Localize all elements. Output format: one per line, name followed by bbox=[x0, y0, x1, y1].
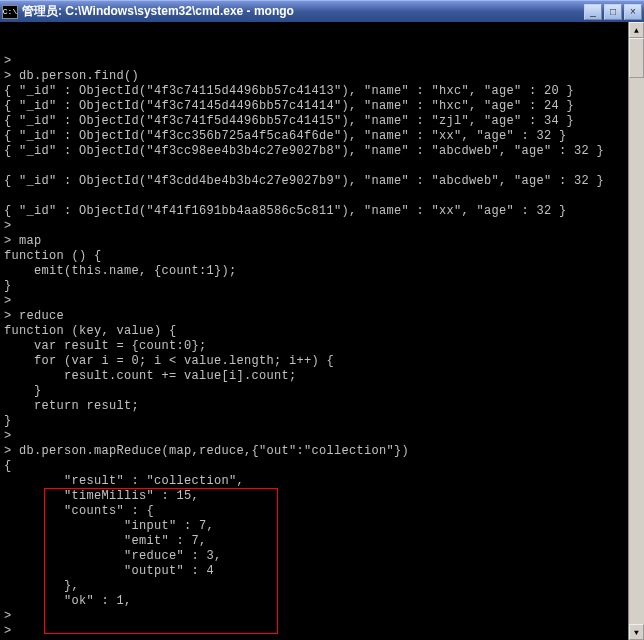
cmd-icon: C:\ bbox=[2, 5, 18, 19]
terminal-line: emit(this.name, {count:1}); bbox=[4, 264, 628, 279]
terminal-line: > db.person.find() bbox=[4, 69, 628, 84]
terminal-line: "emit" : 7, bbox=[4, 534, 628, 549]
scroll-down-button[interactable]: ▼ bbox=[629, 624, 644, 640]
terminal-line: > bbox=[4, 624, 628, 639]
terminal-line: "result" : "collection", bbox=[4, 474, 628, 489]
terminal-line: { "_id" : ObjectId("4f3c741f5d4496bb57c4… bbox=[4, 114, 628, 129]
terminal-line: { "_id" : ObjectId("4f3cdd4be4b3b4c27e90… bbox=[4, 174, 628, 189]
terminal-line: "output" : 4 bbox=[4, 564, 628, 579]
terminal-line: > bbox=[4, 429, 628, 444]
terminal-line: { "_id" : ObjectId("4f3cc98ee4b3b4c27e90… bbox=[4, 144, 628, 159]
terminal-line: "input" : 7, bbox=[4, 519, 628, 534]
terminal-line: > bbox=[4, 219, 628, 234]
terminal-area: >> db.person.find(){ "_id" : ObjectId("4… bbox=[0, 22, 644, 640]
window-title: 管理员: C:\Windows\system32\cmd.exe - mongo bbox=[22, 3, 584, 20]
terminal-line: > db.person.mapReduce(map,reduce,{"out":… bbox=[4, 444, 628, 459]
scroll-track[interactable] bbox=[629, 38, 644, 624]
terminal-line: } bbox=[4, 414, 628, 429]
minimize-button[interactable]: _ bbox=[584, 4, 602, 20]
terminal-line: > reduce bbox=[4, 309, 628, 324]
terminal-line: for (var i = 0; i < value.length; i++) { bbox=[4, 354, 628, 369]
terminal-line: }, bbox=[4, 579, 628, 594]
terminal-line: { "_id" : ObjectId("4f3c74145d4496bb57c4… bbox=[4, 99, 628, 114]
close-button[interactable]: × bbox=[624, 4, 642, 20]
terminal-line: var result = {count:0}; bbox=[4, 339, 628, 354]
terminal-line: return result; bbox=[4, 399, 628, 414]
maximize-button[interactable]: □ bbox=[604, 4, 622, 20]
terminal-line: } bbox=[4, 279, 628, 294]
scroll-up-button[interactable]: ▲ bbox=[629, 22, 644, 38]
terminal-line: { "_id" : ObjectId("4f41f1691bb4aa8586c5… bbox=[4, 204, 628, 219]
terminal-output[interactable]: >> db.person.find(){ "_id" : ObjectId("4… bbox=[0, 22, 628, 640]
vertical-scrollbar[interactable]: ▲ ▼ bbox=[628, 22, 644, 640]
terminal-line: "timeMillis" : 15, bbox=[4, 489, 628, 504]
terminal-line bbox=[4, 159, 628, 174]
terminal-line: > bbox=[4, 609, 628, 624]
terminal-line: } bbox=[4, 384, 628, 399]
terminal-line: > map bbox=[4, 234, 628, 249]
terminal-line: > bbox=[4, 54, 628, 69]
terminal-line: { "_id" : ObjectId("4f3cc356b725a4f5ca64… bbox=[4, 129, 628, 144]
window-controls: _ □ × bbox=[584, 4, 642, 20]
terminal-line: "reduce" : 3, bbox=[4, 549, 628, 564]
terminal-line bbox=[4, 189, 628, 204]
terminal-line: result.count += value[i].count; bbox=[4, 369, 628, 384]
terminal-line: { bbox=[4, 459, 628, 474]
terminal-line: function () { bbox=[4, 249, 628, 264]
terminal-line: > bbox=[4, 294, 628, 309]
window-titlebar: C:\ 管理员: C:\Windows\system32\cmd.exe - m… bbox=[0, 0, 644, 22]
scroll-thumb[interactable] bbox=[629, 38, 644, 78]
terminal-line: "ok" : 1, bbox=[4, 594, 628, 609]
terminal-line: { "_id" : ObjectId("4f3c74115d4496bb57c4… bbox=[4, 84, 628, 99]
terminal-line: "counts" : { bbox=[4, 504, 628, 519]
terminal-line: function (key, value) { bbox=[4, 324, 628, 339]
